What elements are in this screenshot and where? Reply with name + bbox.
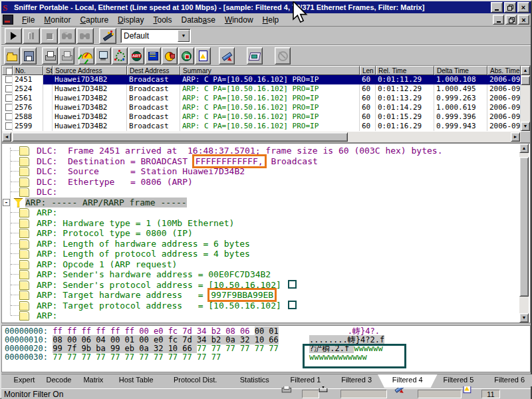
global-statistics-button[interactable] (178, 47, 194, 65)
row-checkbox[interactable] (5, 122, 13, 130)
tree-branch-line (11, 171, 19, 172)
decode-vscroll-thumb[interactable] (519, 157, 529, 297)
decode-line[interactable]: -ARP: ----- ARP/RARP frame ----- (2, 198, 521, 208)
decode-line[interactable]: ARP: Length of protocol address = 4 byte… (2, 249, 521, 259)
scroll-up-button[interactable]: ▲ (521, 66, 530, 75)
scroll-right-button[interactable]: ► (511, 132, 520, 142)
hex-row[interactable]: 00000030: 77 77 77 77 77 77 77 77 77 77 … (5, 353, 221, 362)
display-captured-data-button[interactable] (76, 28, 94, 44)
decode-line[interactable]: ARP: Opcode 1 (ARP request) (2, 259, 521, 270)
chevron-down-icon[interactable]: ▼ (178, 30, 190, 42)
mdi-restore-button[interactable] (505, 15, 517, 25)
col-header-Rel. Time[interactable]: Rel. Time (376, 66, 434, 75)
define-filter-button[interactable] (99, 28, 116, 44)
statistics-button[interactable] (162, 47, 178, 65)
print-button[interactable] (42, 47, 58, 65)
tab-filtered-4[interactable]: Filtered 4 (378, 374, 438, 388)
mdi-minimize-button[interactable] (493, 15, 504, 25)
menu-window[interactable]: Window (220, 15, 258, 25)
tab-statistics[interactable]: Statistics (225, 374, 285, 386)
field-marker-checkbox[interactable] (288, 280, 297, 289)
tab-filtered-1[interactable]: Filtered 1 (276, 374, 336, 386)
filter-profile-select[interactable]: Default▼ (120, 29, 191, 43)
scroll-down-button[interactable]: ▼ (519, 313, 529, 323)
protocol-distribution-button[interactable] (145, 47, 161, 65)
cancel-button[interactable] (275, 47, 291, 65)
alarm-log-button[interactable] (195, 47, 211, 65)
print-preview-button[interactable] (59, 47, 74, 65)
packet-row[interactable]: 2524Huawei7D34B2BroadcastARP: C PA=[10.5… (2, 84, 521, 94)
table-vscroll-thumb[interactable] (521, 76, 530, 85)
decode-line[interactable]: ARP: Target hardware address = 997F9BBA9… (2, 290, 521, 301)
decode-line[interactable]: ARP: Sender's hardware address = 00E0FC7… (2, 269, 521, 280)
row-checkbox[interactable] (5, 94, 13, 102)
application-response-time-button[interactable] (128, 47, 144, 65)
col-header-Source Address[interactable]: Source Address (53, 66, 127, 75)
stop-capture-button[interactable] (41, 28, 58, 44)
define-filter-pen-button[interactable] (219, 47, 235, 65)
menu-monitor[interactable]: Monitor (39, 15, 75, 25)
col-header-Abs. Time[interactable]: Abs. Time (487, 66, 521, 75)
col-header-Dest Address[interactable]: Dest Address (127, 66, 180, 75)
menu-display[interactable]: Display (113, 15, 148, 25)
menu-capture[interactable]: Capture (75, 15, 113, 25)
mdi-close-button[interactable]: × (518, 15, 529, 25)
cell-src: Huawei7D34B2 (53, 103, 127, 112)
restore-button[interactable] (504, 2, 516, 13)
scroll-up-button[interactable]: ▲ (519, 144, 529, 153)
tab-filtered-3[interactable]: Filtered 3 (327, 374, 386, 386)
col-header-Summary[interactable]: Summary (180, 66, 360, 75)
decode-line[interactable]: DLC: Ethertype = 0806 (ARP) (2, 177, 521, 188)
pause-capture-button[interactable] (23, 28, 40, 44)
save-button[interactable] (21, 47, 37, 65)
decode-line[interactable]: ARP: (2, 207, 521, 218)
cell-src: Huawei7D34B2 (53, 75, 127, 84)
select-all-checkbox[interactable] (6, 68, 13, 75)
menu-help[interactable]: Help (258, 15, 284, 25)
row-checkbox[interactable] (5, 76, 13, 83)
tab-filtered-5[interactable]: Filtered 5 (429, 374, 489, 386)
help-book-button[interactable] (247, 47, 263, 65)
col-header-Sta[interactable]: Sta (43, 66, 53, 75)
decode-line[interactable]: ARP: Hardware type = 1 (10Mb Ethernet) (2, 218, 521, 229)
minimize-button[interactable] (491, 2, 503, 13)
close-button[interactable]: × (517, 2, 529, 13)
decode-line[interactable]: DLC: (2, 187, 521, 198)
packet-row[interactable]: 2576Huawei7D34B2BroadcastARP: C PA=[10.5… (2, 103, 521, 112)
menu-database[interactable]: Database (176, 15, 219, 25)
decode-text: DLC: Ethertype = 0806 (ARP) (37, 177, 193, 187)
packet-row[interactable]: 2599Huawei7D34B2BroadcastARP: C PA=[10.5… (2, 122, 521, 131)
col-header-Delta Time[interactable]: Delta Time (434, 66, 487, 75)
open-file-button[interactable] (4, 47, 20, 65)
row-checkbox[interactable] (5, 104, 13, 111)
scroll-down-button[interactable]: ▼ (521, 122, 530, 131)
row-checkbox[interactable] (5, 85, 13, 92)
row-checkbox[interactable] (5, 113, 13, 120)
document-window-icon[interactable] (3, 15, 13, 25)
tab-host-table[interactable]: Host Table (106, 374, 166, 386)
hex-bytes: 08 00 06 04 00 01 00 e0 fc 7d 34 b2 0a 3… (53, 335, 279, 344)
tab-filtered-6[interactable]: Filtered 6 (479, 374, 532, 386)
host-table-button[interactable] (95, 47, 111, 65)
stop-and-display-button[interactable] (59, 28, 76, 44)
decode-line[interactable]: DLC: Destination = BROADCAST FFFFFFFFFFF… (2, 156, 521, 167)
collapse-expander[interactable]: - (3, 199, 10, 206)
table-hscroll-thumb[interactable] (12, 132, 348, 142)
dashboard-button[interactable] (78, 47, 94, 65)
decode-line[interactable]: ARP: Length of hardware address = 6 byte… (2, 239, 521, 249)
scroll-left-button[interactable]: ◄ (2, 132, 11, 142)
decode-line[interactable]: ARP: (2, 311, 521, 321)
col-header-No.[interactable]: No. (13, 66, 43, 75)
menu-file[interactable]: File (17, 15, 39, 25)
col-header-Len[interactable]: Len (360, 66, 376, 75)
start-capture-button[interactable] (5, 28, 22, 44)
decode-line[interactable]: ARP: Protocol type = 0800 (IP) (2, 228, 521, 239)
menu-tools[interactable]: Tools (148, 15, 176, 25)
matrix-button[interactable] (112, 47, 128, 65)
packet-row[interactable]: 2451Huawei7D34B2BroadcastARP: C PA=[10.5… (2, 75, 521, 84)
tab-protocol-dist-[interactable]: Protocol Dist. (158, 374, 233, 386)
packet-row[interactable]: 2561Huawei7D34B2BroadcastARP: C PA=[10.5… (2, 94, 521, 103)
col-header-select[interactable] (2, 66, 13, 75)
field-marker-checkbox[interactable] (288, 301, 297, 309)
packet-row[interactable]: 2588Huawei7D34B2BroadcastARP: C PA=[10.5… (2, 112, 521, 122)
